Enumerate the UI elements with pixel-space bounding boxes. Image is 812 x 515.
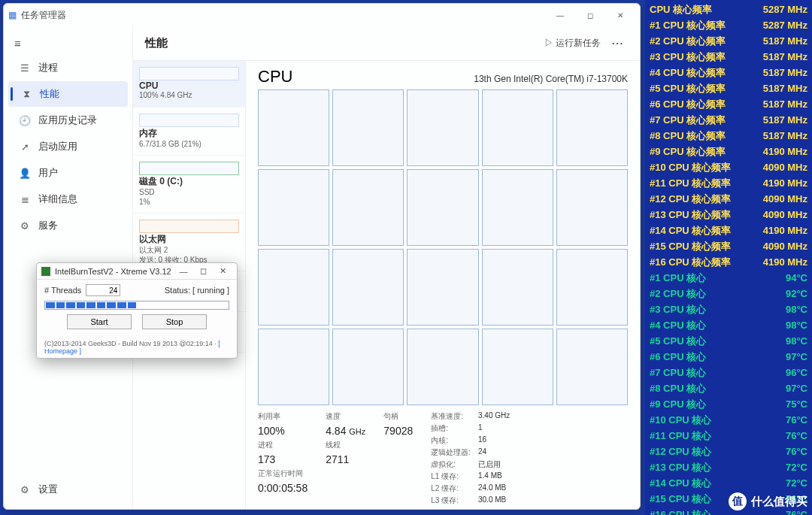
performance-icon: ⧗: [20, 88, 32, 100]
core-cell: [258, 169, 329, 246]
hw-temp-row: #12 CPU 核心76°C: [650, 444, 807, 459]
cpu-stats: 利用率 100% 进程 173 正常运行时间 0:00:05:58 速度 4.8…: [258, 405, 628, 506]
cpu-handles: 79028: [383, 425, 413, 437]
disk-sparkline: [139, 162, 239, 175]
nav-users[interactable]: 👤用户: [8, 160, 128, 186]
hw-temp-row: #9 CPU 核心75°C: [650, 396, 807, 412]
core-cell: [332, 329, 404, 405]
hw-freq-row: #10 CPU 核心频率4090 MHz: [650, 159, 807, 175]
info-val: 24.0 MB: [478, 483, 510, 494]
ib-close[interactable]: ✕: [213, 266, 232, 276]
hwinfo-panel: CPU 核心频率5287 MHz#1 CPU 核心频率5287 MHz#2 CP…: [645, 0, 812, 515]
threads-input[interactable]: [86, 284, 120, 296]
ib-maximize[interactable]: ◻: [193, 266, 213, 276]
core-cell: [482, 89, 553, 166]
hw-freq-row: #16 CPU 核心频率4190 MHz: [650, 254, 807, 270]
info-val: 1.4 MB: [478, 471, 510, 482]
resource-cpu[interactable]: CPU 100% 4.84 GHz: [133, 61, 245, 108]
watermark-text: 什么值得买: [751, 495, 807, 509]
net-sparkline: [139, 220, 239, 233]
stop-button[interactable]: Stop: [142, 314, 207, 329]
hw-temp-row: #14 CPU 核心72°C: [650, 475, 807, 491]
info-key: L3 缓存:: [431, 495, 471, 506]
maximize-button[interactable]: ◻: [575, 5, 605, 26]
core-cell: [556, 249, 628, 326]
titlebar[interactable]: ▦ 任务管理器 — ◻ ✕: [4, 4, 640, 26]
cpu-processes: 173: [258, 453, 308, 465]
hw-freq-row: #15 CPU 核心频率4090 MHz: [650, 238, 807, 254]
info-key: 内核:: [431, 435, 471, 446]
task-manager-window: ▦ 任务管理器 — ◻ ✕ ≡ ☰进程 ⧗性能 🕘应用历史记录 ➚启动应用 👤用…: [3, 3, 641, 510]
hw-freq-row: #13 CPU 核心频率4090 MHz: [650, 207, 807, 223]
nav-settings[interactable]: ⚙设置: [8, 477, 68, 502]
nav-startup[interactable]: ➚启动应用: [8, 134, 128, 159]
core-cell: [332, 89, 404, 166]
intelburn-titlebar[interactable]: IntelBurnTestV2 - Xtreme V3.12 — ◻ ✕: [37, 263, 237, 280]
hw-freq-row: #11 CPU 核心频率4190 MHz: [650, 175, 807, 191]
intelburn-window[interactable]: IntelBurnTestV2 - Xtreme V3.12 — ◻ ✕ # T…: [36, 262, 238, 359]
nav-services[interactable]: ⚙服务: [8, 213, 128, 238]
history-icon: 🕘: [19, 115, 31, 126]
resource-memory[interactable]: 内存 6.7/31.8 GB (21%): [133, 108, 245, 156]
cpu-speed: 4.84 GHz: [326, 425, 365, 437]
core-cell: [556, 169, 628, 246]
cpu-heading: CPU: [258, 67, 292, 86]
hw-temp-row: #13 CPU 核心72°C: [650, 459, 807, 475]
hw-temp-row: #4 CPU 核心98°C: [650, 317, 807, 333]
hw-freq-row: #1 CPU 核心频率5287 MHz: [650, 17, 807, 33]
core-cell: [258, 249, 329, 326]
hw-temp-row: #10 CPU 核心76°C: [650, 412, 807, 428]
hw-freq-row: #4 CPU 核心频率5187 MHz: [650, 65, 807, 80]
info-key: 逻辑处理器:: [431, 447, 471, 458]
hamburger-icon[interactable]: ≡: [4, 32, 132, 54]
cpu-uptime: 0:00:05:58: [258, 482, 308, 494]
hw-temp-row: #6 CPU 核心97°C: [650, 349, 807, 365]
hw-freq-row: #2 CPU 核心频率5187 MHz: [650, 33, 807, 49]
hw-temp-row: #3 CPU 核心98°C: [650, 301, 807, 317]
more-button[interactable]: ⋯: [607, 36, 628, 50]
progress-bar: [44, 301, 229, 310]
nav-performance[interactable]: ⧗性能: [8, 81, 128, 107]
nav-app-history[interactable]: 🕘应用历史记录: [8, 108, 128, 133]
nav-processes[interactable]: ☰进程: [8, 55, 128, 80]
status-text: Status: [ running ]: [165, 286, 229, 295]
info-val: 30.0 MB: [478, 495, 510, 506]
app-icon: ▦: [8, 10, 17, 20]
info-val: 1: [478, 423, 510, 434]
hw-temp-row: #2 CPU 核心92°C: [650, 286, 807, 301]
info-val: 已启用: [478, 459, 510, 470]
users-icon: 👤: [19, 168, 31, 179]
cpu-util: 100%: [258, 425, 308, 437]
hw-freq-row: #3 CPU 核心频率5187 MHz: [650, 49, 807, 65]
hw-freq-row: #9 CPU 核心频率4190 MHz: [650, 144, 807, 159]
info-val: 3.40 GHz: [478, 411, 510, 422]
watermark-icon: 值: [729, 492, 747, 510]
nav-details[interactable]: ≣详细信息: [8, 186, 128, 212]
hw-temp-row: #11 CPU 核心76°C: [650, 428, 807, 444]
run-new-task-button[interactable]: ▷ 运行新任务: [538, 34, 607, 53]
resource-disk[interactable]: 磁盘 0 (C:) SSD 1%: [133, 156, 245, 214]
intelburn-icon: [41, 267, 50, 276]
cpu-threads: 2711: [326, 453, 365, 465]
hw-freq-row: CPU 核心频率5287 MHz: [650, 2, 807, 17]
gear-icon: ⚙: [19, 484, 31, 495]
core-cell: [407, 249, 478, 326]
info-val: 24: [478, 447, 510, 458]
core-cell: [482, 249, 553, 326]
info-key: 基准速度:: [431, 411, 471, 422]
window-title: 任务管理器: [21, 9, 66, 22]
core-cell: [258, 329, 329, 405]
ib-minimize[interactable]: —: [174, 267, 193, 276]
start-button[interactable]: Start: [67, 314, 132, 329]
intelburn-footer: (C)2013-2014 Geeks3D - Build Nov 19 2013…: [37, 338, 237, 358]
page-header: 性能 ▷ 运行新任务 ⋯: [133, 26, 640, 61]
minimize-button[interactable]: —: [545, 5, 575, 26]
hw-freq-row: #6 CPU 核心频率5187 MHz: [650, 96, 807, 112]
cpu-sparkline: [139, 67, 239, 80]
core-cell: [407, 169, 478, 246]
hw-freq-row: #5 CPU 核心频率5187 MHz: [650, 80, 807, 96]
close-button[interactable]: ✕: [605, 5, 635, 26]
hw-temp-row: #1 CPU 核心94°C: [650, 270, 807, 286]
mem-sparkline: [139, 114, 239, 127]
info-key: L2 缓存:: [431, 483, 471, 494]
